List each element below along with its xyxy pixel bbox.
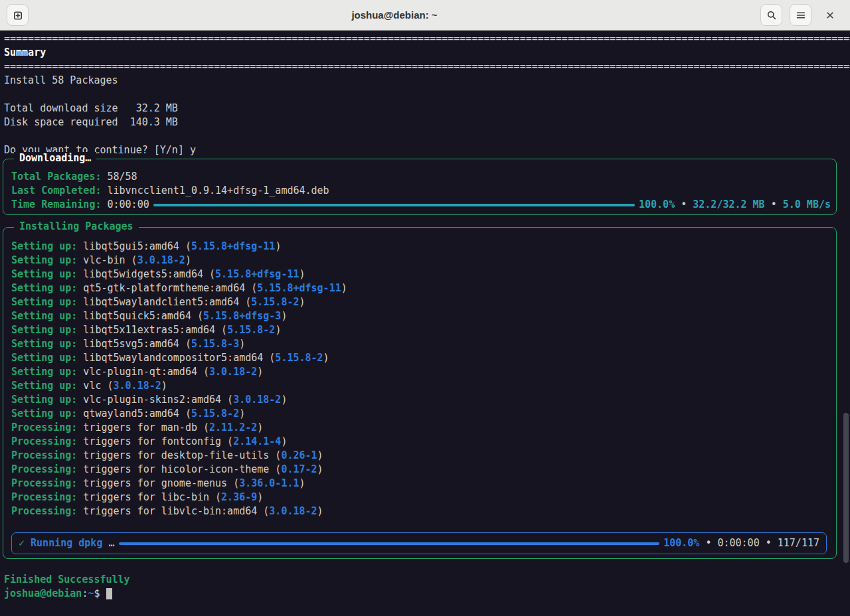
installing-panel: Installing Packages Setting up: libqt5gu… bbox=[3, 227, 837, 559]
terminal-line: ✓ Running dpkg …100.0% • 0:00:00 • 117/1… bbox=[15, 536, 819, 550]
close-button[interactable] bbox=[819, 4, 841, 26]
terminal-cursor bbox=[106, 588, 112, 599]
text-segment: Finished Successfully bbox=[4, 573, 130, 587]
text-segment: 0.26-1 bbox=[281, 449, 317, 463]
downloading-panel-body: Total Packages: 58/58Last Completed: lib… bbox=[7, 170, 831, 212]
downloading-panel-title: Downloading… bbox=[14, 152, 96, 164]
terminal-line: Do you want to continue? [Y/n] y bbox=[0, 143, 850, 157]
text-segment: ========================================… bbox=[4, 32, 850, 46]
terminal-line bbox=[0, 559, 850, 573]
text-segment: Setting up: bbox=[11, 323, 77, 337]
text-segment: vlc ( bbox=[77, 379, 113, 393]
text-segment: Setting up: bbox=[11, 240, 77, 254]
text-segment: libqt5quick5:amd64 ( bbox=[77, 309, 203, 323]
text-segment: Processing: bbox=[11, 463, 77, 477]
terminal-line: Summary bbox=[0, 46, 850, 60]
text-segment: ) bbox=[257, 421, 263, 435]
text-segment: 100.0% bbox=[639, 198, 675, 212]
text-segment: 5.15.8+dfsg-11 bbox=[191, 240, 275, 254]
terminal-line: Setting up: libqt5quick5:amd64 (5.15.8+d… bbox=[7, 309, 831, 323]
text-segment: 5.15.8-2 bbox=[275, 351, 323, 365]
text-segment: • bbox=[675, 198, 693, 212]
text-segment: triggers for fontconfig ( bbox=[77, 435, 233, 449]
text-segment: Setting up: bbox=[11, 295, 77, 309]
text-segment: 2.11.2-2 bbox=[209, 421, 257, 435]
text-segment: ) bbox=[281, 393, 287, 407]
terminal-line: ========================================… bbox=[0, 60, 850, 74]
text-segment: triggers for libc-bin ( bbox=[77, 491, 221, 504]
text-segment: $ bbox=[94, 587, 106, 601]
text-segment: 5.15.8-2 bbox=[227, 323, 275, 337]
text-segment: Processing: bbox=[11, 504, 77, 518]
text-segment: 5.15.8+dfsg-11 bbox=[215, 268, 299, 281]
text-segment: 5.15.8+dfsg-11 bbox=[257, 281, 341, 295]
text-segment: qt5-gtk-platformtheme:amd64 ( bbox=[77, 281, 257, 295]
text-segment: Setting up: bbox=[11, 254, 77, 268]
text-segment: 3.0.18-2 bbox=[114, 379, 161, 393]
text-segment: libqt5widgets5:amd64 ( bbox=[77, 268, 215, 281]
text-segment: ~ bbox=[88, 587, 94, 601]
terminal-line: Last Completed: libvncclient1_0.9.14+dfs… bbox=[7, 184, 831, 198]
text-segment: ) bbox=[257, 365, 263, 379]
text-segment: joshua@debian bbox=[4, 587, 82, 601]
terminal-line: Total Packages: 58/58 bbox=[7, 170, 831, 184]
text-segment: Setting up: bbox=[11, 309, 77, 323]
search-button[interactable] bbox=[760, 4, 782, 26]
terminal-output-summary: ========================================… bbox=[0, 32, 850, 157]
text-segment: Install 58 Packages bbox=[4, 74, 118, 88]
text-segment: libqt5waylandclient5:amd64 ( bbox=[77, 295, 251, 309]
text-segment: libqt5x11extras5:amd64 ( bbox=[77, 323, 227, 337]
text-segment: Setting up: bbox=[11, 268, 77, 281]
terminal-line: Setting up: qt5-gtk-platformtheme:amd64 … bbox=[7, 281, 831, 295]
text-segment: libqt5svg5:amd64 ( bbox=[77, 337, 191, 351]
scrollbar[interactable] bbox=[843, 413, 849, 563]
terminal-line: Processing: triggers for desktop-file-ut… bbox=[7, 449, 831, 463]
terminal-line: Disk space required 140.3 MB bbox=[0, 116, 850, 129]
terminal-output-footer: Finished Successfullyjoshua@debian:~$ bbox=[0, 559, 850, 601]
text-segment: Processing: bbox=[11, 449, 77, 463]
terminal-line: Install 58 Packages bbox=[0, 74, 850, 88]
text-segment: vlc-plugin-qt:amd64 ( bbox=[77, 365, 209, 379]
terminal-screen[interactable]: ========================================… bbox=[0, 31, 850, 616]
text-segment: ) bbox=[341, 281, 347, 295]
text-segment: ) bbox=[281, 309, 287, 323]
text-segment: ) bbox=[161, 379, 167, 393]
text-segment: triggers for man-db ( bbox=[77, 421, 209, 435]
text-segment: 2.36-9 bbox=[221, 491, 257, 504]
text-segment: libqt5waylandcompositor5:amd64 ( bbox=[77, 351, 275, 365]
terminal-line: Processing: triggers for hicolor-icon-th… bbox=[7, 463, 831, 477]
terminal-line: Setting up: libqt5gui5:amd64 (5.15.8+dfs… bbox=[7, 240, 831, 254]
text-segment: triggers for gnome-menus ( bbox=[77, 477, 239, 491]
text-segment: 3.0.18-2 bbox=[233, 393, 281, 407]
terminal-line: Time Remaining: 0:00:00100.0% • 32.2/32.… bbox=[7, 198, 831, 212]
text-segment: Processing: bbox=[11, 435, 77, 449]
text-segment: ) bbox=[317, 463, 323, 477]
text-segment: 0:00:00 bbox=[101, 198, 149, 212]
text-segment: Setting up: bbox=[11, 393, 77, 407]
text-segment: Processing: bbox=[11, 477, 77, 491]
terminal-line: Setting up: libqt5widgets5:amd64 (5.15.8… bbox=[7, 268, 831, 281]
terminal-line: Setting up: libqt5waylandcompositor5:amd… bbox=[7, 351, 831, 365]
terminal-line: Setting up: libqt5waylandclient5:amd64 (… bbox=[7, 295, 831, 309]
text-segment: Setting up: bbox=[11, 281, 77, 295]
new-tab-button[interactable] bbox=[7, 4, 29, 26]
text-segment: Total download size 32.2 MB bbox=[4, 102, 178, 116]
text-segment: ) bbox=[275, 240, 281, 254]
text-segment: Last Completed: bbox=[11, 184, 101, 198]
text-segment: Setting up: bbox=[11, 337, 77, 351]
text-segment: ) bbox=[239, 407, 245, 421]
text-segment: : bbox=[82, 587, 88, 601]
text-segment: Setting up: bbox=[11, 407, 77, 421]
text-segment: ) bbox=[323, 351, 329, 365]
text-segment: 3.0.18-2 bbox=[137, 254, 185, 268]
terminal-line: Setting up: qtwayland5:amd64 (5.15.8-2) bbox=[7, 407, 831, 421]
terminal-line: ========================================… bbox=[0, 32, 850, 46]
terminal-line bbox=[7, 518, 831, 532]
text-segment: 3.36.0-1.1 bbox=[239, 477, 299, 491]
menu-button[interactable] bbox=[790, 4, 811, 26]
text-segment: ) bbox=[299, 477, 305, 491]
text-segment: ) bbox=[299, 295, 305, 309]
text-segment: Setting up: bbox=[11, 351, 77, 365]
text-segment: triggers for libvlc-bin:amd64 ( bbox=[77, 504, 269, 518]
terminal-line: joshua@debian:~$ bbox=[0, 587, 850, 601]
